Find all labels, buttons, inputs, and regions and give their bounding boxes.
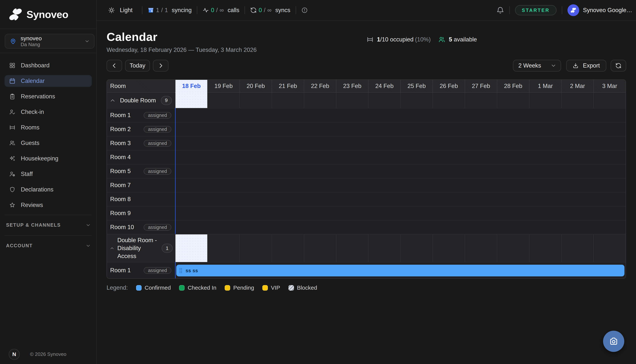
chevron-up-icon[interactable] [110, 246, 114, 250]
date-cell[interactable] [432, 234, 465, 262]
room-timeline[interactable] [175, 206, 625, 220]
prev-button[interactable] [107, 60, 122, 72]
date-header-18-feb[interactable]: 18 Feb [175, 80, 207, 93]
devtools-badge-button[interactable]: N [9, 349, 20, 360]
date-cell[interactable] [593, 234, 625, 262]
legend-item-vip: VIP [262, 284, 280, 291]
room-timeline[interactable] [175, 136, 625, 150]
bell-icon[interactable] [496, 6, 504, 14]
date-cell[interactable] [272, 93, 304, 108]
date-cell[interactable] [561, 93, 593, 108]
room-name: Room 10 [110, 224, 134, 230]
room-timeline[interactable]: ss ss [175, 262, 625, 278]
sidebar-item-reservations[interactable]: Reservations [5, 90, 92, 102]
topbar-right: STARTER Synoveo Google… [496, 4, 634, 16]
sidebar-item-staff[interactable]: Staff [5, 168, 92, 180]
date-cell[interactable] [593, 93, 625, 108]
date-header-20-feb[interactable]: 20 Feb [239, 80, 272, 93]
sidebar-item-declarations[interactable]: Declarations [5, 184, 92, 196]
theme-toggle[interactable]: Light [108, 7, 133, 14]
account-menu[interactable]: Synoveo Google… [567, 4, 634, 16]
sidebar-item-calendar[interactable]: Calendar [5, 75, 92, 87]
date-cell[interactable] [304, 234, 336, 262]
sidebar-item-guests[interactable]: Guests [5, 137, 92, 149]
booking-guest-name: ss ss [186, 268, 198, 274]
room-timeline[interactable] [175, 108, 625, 122]
legend-chip [225, 285, 230, 290]
room-timeline[interactable] [175, 178, 625, 192]
calls-status[interactable]: 0 / ∞ calls [203, 7, 239, 14]
date-cell[interactable] [465, 93, 497, 108]
date-cell[interactable] [400, 234, 432, 262]
date-header-25-feb[interactable]: 25 Feb [400, 80, 432, 93]
legend-item-label: VIP [271, 284, 280, 291]
sidebar-section-account[interactable]: ACCOUNT [5, 235, 92, 256]
date-cell[interactable] [239, 93, 272, 108]
google-sync-status[interactable]: G 1 / 1 syncing [148, 7, 192, 14]
location-selector[interactable]: synoveo Da Nang [5, 34, 95, 48]
date-cell[interactable] [561, 234, 593, 262]
room-timeline[interactable] [175, 192, 625, 206]
date-header-22-feb[interactable]: 22 Feb [304, 80, 336, 93]
next-button[interactable] [153, 60, 169, 72]
date-cell[interactable] [497, 234, 529, 262]
date-cell[interactable] [432, 93, 465, 108]
drag-handle-icon[interactable] [180, 268, 182, 273]
room-timeline[interactable] [175, 164, 625, 178]
date-header-2-mar[interactable]: 2 Mar [561, 80, 593, 93]
date-header-26-feb[interactable]: 26 Feb [432, 80, 465, 93]
room-timeline[interactable] [175, 150, 625, 164]
topbar-divider [142, 6, 142, 14]
date-cell[interactable] [368, 93, 400, 108]
room-timeline[interactable] [175, 220, 625, 234]
date-cell[interactable] [400, 93, 432, 108]
range-select[interactable]: 2 Weeks [513, 60, 561, 72]
room-name: Room 2 [110, 126, 131, 132]
legend-item-label: Blocked [297, 284, 317, 291]
date-cell[interactable] [207, 93, 239, 108]
sidebar-item-dashboard[interactable]: Dashboard [5, 60, 92, 71]
date-cell[interactable] [465, 234, 497, 262]
date-cell[interactable] [529, 234, 561, 262]
date-cell[interactable] [304, 93, 336, 108]
chevron-left-icon [112, 63, 117, 68]
sidebar-item-label: Guests [21, 140, 39, 146]
date-header-19-feb[interactable]: 19 Feb [207, 80, 239, 93]
date-header-21-feb[interactable]: 21 Feb [272, 80, 304, 93]
date-cell[interactable] [336, 234, 368, 262]
sidebar-item-reviews[interactable]: Reviews [5, 199, 92, 211]
date-header-23-feb[interactable]: 23 Feb [336, 80, 368, 93]
plan-badge-button[interactable]: STARTER [515, 5, 556, 15]
chevron-up-icon[interactable] [110, 98, 115, 103]
today-button[interactable]: Today [125, 60, 150, 72]
booking-bar[interactable]: ss ss [176, 265, 624, 276]
screenshot-fab[interactable] [603, 331, 624, 352]
refresh-button[interactable] [611, 60, 626, 72]
date-cell[interactable] [368, 234, 400, 262]
date-cell[interactable] [272, 234, 304, 262]
date-cell[interactable] [239, 234, 272, 262]
date-header-1-mar[interactable]: 1 Mar [529, 80, 561, 93]
sidebar-item-label: Reservations [21, 93, 55, 100]
date-cell[interactable] [207, 234, 239, 262]
room-timeline[interactable] [175, 122, 625, 136]
syncs-status[interactable]: 0 / ∞ syncs [250, 7, 290, 14]
export-button[interactable]: Export [566, 60, 606, 72]
date-header-24-feb[interactable]: 24 Feb [368, 80, 400, 93]
sidebar-section-setup-channels[interactable]: SETUP & CHANNELS [5, 215, 92, 235]
sidebar-item-rooms[interactable]: Rooms [5, 122, 92, 134]
info-icon[interactable] [301, 7, 308, 14]
date-header-3-mar[interactable]: 3 Mar [593, 80, 625, 93]
sidebar-item-housekeeping[interactable]: Housekeeping [5, 153, 92, 164]
date-header-27-feb[interactable]: 27 Feb [465, 80, 497, 93]
date-cell[interactable] [336, 93, 368, 108]
date-cell[interactable] [497, 93, 529, 108]
chevron-right-icon [158, 63, 164, 68]
date-header-28-feb[interactable]: 28 Feb [497, 80, 529, 93]
sidebar-item-check-in[interactable]: Check-in [5, 106, 92, 118]
download-icon [572, 62, 579, 69]
date-cell[interactable] [175, 234, 207, 262]
date-cell[interactable] [529, 93, 561, 108]
assigned-badge: assigned [144, 267, 171, 274]
date-cell[interactable] [175, 93, 207, 108]
